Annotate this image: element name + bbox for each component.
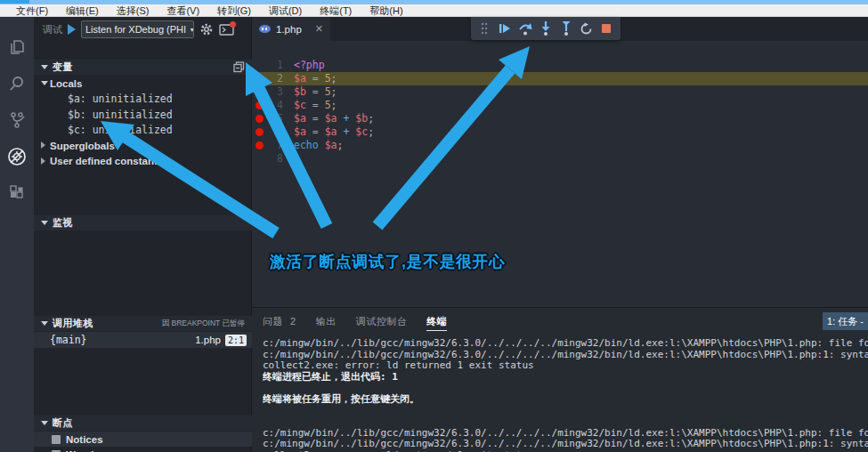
- paused-status: 因 BREAKPOINT 已暂停: [162, 319, 245, 329]
- line-number: 2: [252, 72, 283, 85]
- token: $a: [325, 139, 337, 151]
- panel-tab-输出[interactable]: 输出: [316, 308, 337, 335]
- terminal-line: 终端进程已终止，退出代码: 1: [263, 372, 868, 383]
- breakpoint-checkbox[interactable]: [52, 435, 61, 444]
- callstack-section-header[interactable]: 调用堆栈 因 BREAKPOINT 已暂停: [34, 316, 252, 331]
- watch-section-header[interactable]: 监视: [34, 215, 252, 230]
- terminal-line: c:/mingw/bin/../lib/gcc/mingw32/6.3.0/..…: [263, 338, 868, 350]
- variables-section-header[interactable]: 变量: [34, 60, 252, 75]
- menu-item-G[interactable]: 转到(G): [208, 4, 260, 17]
- panel-tab-label: 问题: [263, 308, 283, 335]
- panel-tab-终端[interactable]: 终端: [426, 308, 447, 335]
- token: +: [337, 112, 356, 125]
- debug-sidebar: 调试 Listen for XDebug (PHI ▼ 变量 Locals$a:…: [34, 17, 252, 452]
- token: =: [306, 112, 325, 125]
- code-text: echo $a;: [294, 139, 343, 152]
- line-number: 1: [252, 59, 283, 72]
- debug-view-title: 调试: [43, 23, 62, 36]
- terminal-output[interactable]: c:/mingw/bin/../lib/gcc/mingw32/6.3.0/..…: [263, 338, 868, 452]
- activity-bar: [0, 17, 34, 452]
- problems-count-badge: 2: [290, 308, 296, 335]
- token: $a: [325, 125, 337, 138]
- restart-button[interactable]: [578, 20, 596, 37]
- line-number: 5: [252, 112, 283, 125]
- continue-button[interactable]: [496, 20, 514, 37]
- gear-icon[interactable]: [199, 22, 214, 36]
- code-line-4[interactable]: 4$c = 5;: [252, 99, 868, 112]
- variable-row[interactable]: $a: uninitialized: [34, 92, 252, 107]
- code-line-3[interactable]: 3$b = 5;: [252, 85, 868, 99]
- variable-row[interactable]: $b: uninitialized: [34, 107, 252, 122]
- toolbar-drag-handle[interactable]: [475, 20, 493, 37]
- terminal-line: [263, 406, 868, 417]
- variable-row[interactable]: $c: uninitialized: [34, 123, 252, 138]
- tab-label: 1.php: [276, 24, 302, 35]
- panel-tab-问题[interactable]: 问题2: [263, 308, 296, 335]
- step-over-button[interactable]: [516, 20, 534, 37]
- code-line-1[interactable]: 1<?php: [252, 59, 868, 72]
- callstack-section-label: 调用堆栈: [53, 317, 93, 330]
- terminal-line: [263, 416, 868, 428]
- collapse-all-icon[interactable]: [233, 61, 245, 73]
- token: =: [306, 72, 325, 85]
- code-text: $a = $a + $c;: [294, 125, 374, 139]
- token: =: [306, 99, 325, 111]
- code-line-2[interactable]: 2$a = 5;: [252, 72, 868, 85]
- frame-file: 1.php: [195, 335, 221, 345]
- menu-item-E[interactable]: 编辑(E): [57, 4, 108, 17]
- panel-tab-调试控制台[interactable]: 调试控制台: [356, 308, 408, 335]
- explorer-icon[interactable]: [0, 29, 34, 65]
- debug-console-icon[interactable]: [219, 24, 234, 36]
- bottom-panel: 问题2输出调试控制台终端 1: 任务 - c:/mingw/bin/../lib…: [252, 307, 868, 452]
- menu-item-T[interactable]: 终端(T): [311, 4, 361, 17]
- token: $c: [355, 125, 368, 138]
- token: echo: [294, 139, 325, 151]
- vscode-window: 文件(F)编辑(E)选择(S)查看(V)转到(G)调试(D)终端(T)帮助(H)…: [0, 0, 868, 452]
- tree-label: $b: uninitialized: [68, 109, 173, 121]
- terminal-selector-dropdown[interactable]: 1: 任务 -: [823, 312, 868, 330]
- line-number: 4: [252, 99, 283, 112]
- search-icon[interactable]: [0, 66, 34, 101]
- menu-item-F[interactable]: 文件(F): [7, 4, 57, 17]
- debug-config-dropdown[interactable]: Listen for XDebug (PHI ▼: [81, 20, 194, 38]
- extensions-icon[interactable]: [0, 175, 34, 211]
- code-line-6[interactable]: 6$a = $a + $c;: [252, 125, 868, 139]
- token: $b: [355, 112, 368, 125]
- console-badge: [230, 21, 236, 28]
- menu-item-H[interactable]: 帮助(H): [361, 4, 411, 17]
- variables-group-row[interactable]: User defined constants: [34, 154, 252, 169]
- callstack-frame-row[interactable]: {main} 1.php 2:1: [34, 332, 252, 348]
- token: $b: [294, 85, 306, 98]
- code-line-5[interactable]: 5$a = $a + $b;: [252, 112, 868, 125]
- menu-item-D[interactable]: 调试(D): [260, 4, 311, 17]
- debug-config-label: Listen for XDebug (PHI: [85, 24, 186, 35]
- code-line-7[interactable]: 7echo $a;: [252, 139, 868, 152]
- section-expanded-icon: [41, 65, 48, 69]
- code-text: $c = 5;: [294, 99, 337, 112]
- step-into-button[interactable]: [537, 20, 555, 37]
- stop-button[interactable]: [597, 20, 615, 37]
- token: ;: [368, 112, 374, 125]
- breakpoint-row-notices[interactable]: Notices: [34, 432, 252, 447]
- token: 5: [325, 72, 331, 85]
- tab-1php[interactable]: 1.php ✕: [252, 17, 330, 41]
- token: $a: [294, 125, 306, 138]
- line-number: 3: [252, 85, 283, 99]
- step-out-button[interactable]: [557, 20, 575, 37]
- code-line-8[interactable]: 8: [252, 152, 868, 165]
- debug-toolbar: [471, 17, 621, 40]
- start-debug-button[interactable]: [68, 24, 76, 35]
- tab-close-icon[interactable]: ✕: [315, 23, 323, 35]
- variables-group-row[interactable]: Superglobals: [34, 138, 252, 153]
- token: $c: [294, 99, 306, 111]
- annotation-caption: 激活了断点调试了,是不是很开心: [270, 251, 506, 272]
- menu-item-V[interactable]: 查看(V): [158, 4, 208, 17]
- debug-icon[interactable]: [0, 139, 34, 174]
- source-control-icon[interactable]: [0, 102, 34, 138]
- menu-item-S[interactable]: 选择(S): [108, 4, 158, 17]
- token: 5: [325, 99, 331, 111]
- breakpoint-row-warnings[interactable]: Warnings: [34, 448, 252, 452]
- terminal-line: collect2.exe: error: ld returned 1 exit …: [263, 360, 868, 372]
- breakpoints-section-header[interactable]: 断点: [34, 416, 252, 431]
- variables-group-row[interactable]: Locals: [34, 76, 252, 91]
